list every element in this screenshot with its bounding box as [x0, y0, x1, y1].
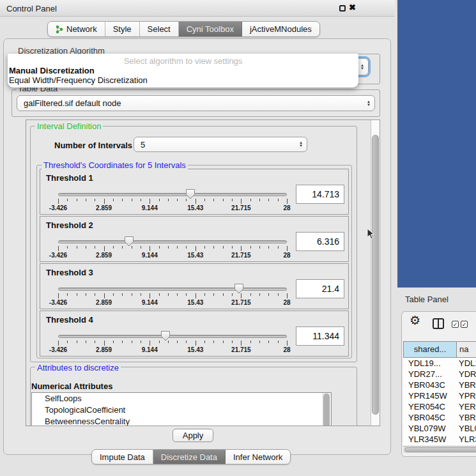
table-row[interactable]: YDL19...YDL1 [403, 358, 476, 369]
slider-tick-label: 2.859 [96, 252, 112, 259]
threshold-3-slider-thumb[interactable] [234, 283, 244, 294]
slider-tick [223, 341, 224, 343]
slider-tick [86, 246, 86, 249]
top-tab-bar: NetworkStyleSelectCyni ToolboxjActiveMNo… [47, 21, 320, 37]
table-row[interactable]: YBR045CYBR0 [403, 412, 476, 423]
apply-button[interactable]: Apply [173, 429, 213, 442]
slider-tick [223, 199, 224, 201]
thresholds-group-label: Threshold's Coordinates for 5 Intervals [42, 160, 188, 170]
slider-tick [168, 199, 169, 201]
slider-tick [113, 341, 114, 343]
slider-tick [67, 246, 68, 249]
slider-tick [259, 341, 260, 343]
slider-tick [104, 246, 105, 251]
table-data-combobox[interactable]: galFiltered.sif default node ▲▼ [17, 95, 375, 111]
table-row[interactable]: YBL079WYBL0 [403, 423, 476, 434]
threshold-1-slider-thumb[interactable] [185, 188, 196, 199]
bottom-tab-discretize-data[interactable]: Discretize Data [153, 450, 226, 464]
slider-tick [287, 246, 288, 251]
checkbox-icon[interactable]: ✓ [452, 321, 459, 328]
threshold-4-slider-thumb[interactable] [160, 330, 171, 341]
interval-definition-group-label: Interval Definition [35, 121, 103, 131]
table-row[interactable]: YBR043CYBR0 [403, 380, 476, 390]
slider-tick [232, 199, 233, 201]
threshold-2-slider-thumb[interactable] [124, 236, 134, 247]
popup-option-equal-width-frequency-discretization[interactable]: Equal Width/Frequency Discretization [8, 75, 358, 85]
slider-tick [77, 341, 77, 343]
tab-jactivemnodules[interactable]: jActiveMNodules [242, 22, 319, 36]
close-icon[interactable]: ✖ [349, 3, 356, 12]
combo-arrows-icon: ▲▼ [295, 141, 307, 148]
tab-select[interactable]: Select [140, 22, 179, 36]
tab-style[interactable]: Style [105, 22, 140, 36]
slider-tick [223, 293, 224, 296]
tab-cyni-toolbox[interactable]: Cyni Toolbox [179, 22, 242, 36]
slider-tick-label: 21.715 [231, 204, 251, 211]
slider-tick [141, 246, 141, 249]
slider-tick-label: 9.144 [142, 252, 158, 259]
tab-label: Select [148, 24, 171, 34]
network-icon [56, 25, 63, 34]
slider-tick [159, 199, 160, 201]
slider-tick-label: 2.859 [96, 204, 112, 211]
numerical-attributes-label: Numerical Attributes [31, 381, 112, 391]
tab-label: jActiveMNodules [250, 24, 312, 34]
cell-shared-name: YBR045C [403, 412, 457, 423]
bottom-tab-impute-data[interactable]: Impute Data [92, 450, 153, 464]
cell-shared-name: YBR043C [403, 380, 457, 390]
table-hscrollbar-track[interactable] [403, 446, 476, 453]
gear-icon[interactable]: ⚙ [410, 314, 420, 327]
slider-tick [186, 341, 187, 343]
slider-tick [95, 341, 95, 343]
mouse-cursor [367, 228, 374, 240]
table-data-combobox-value: galFiltered.sif default node [17, 98, 363, 108]
table-row[interactable]: YPR145WYPR1 [403, 390, 476, 401]
slider-tick-label: 9.144 [142, 299, 158, 306]
slider-tick [168, 246, 169, 249]
table-row[interactable]: YER054CYER0 [403, 401, 476, 412]
attribute-item-topologicalcoefficient[interactable]: TopologicalCoefficient [32, 404, 331, 416]
slider-tick-label: 28 [283, 299, 290, 306]
cell-name: YDL1 [457, 358, 476, 369]
table-row[interactable]: YIL052CYIL0 [403, 445, 476, 445]
slider-tick [58, 293, 59, 298]
threshold-4-value-field[interactable]: 11.344 [296, 326, 344, 346]
number-of-intervals-combobox[interactable]: 5 ▲▼ [134, 137, 307, 152]
float-window-icon[interactable] [339, 5, 346, 12]
checkbox-icon[interactable]: ✓ [461, 321, 468, 328]
threshold-label: Threshold 2 [46, 220, 93, 230]
slider-tick [196, 246, 196, 251]
attribute-item-betweennesscentrality[interactable]: BetweennessCentrality [32, 416, 331, 426]
attributes-scrollbar-thumb[interactable] [323, 394, 330, 426]
bottom-tab-infer-network[interactable]: Infer Network [226, 450, 290, 464]
slider-tick [86, 293, 86, 296]
slider-tick [104, 341, 105, 346]
cell-shared-name: YDL19... [403, 358, 457, 369]
slider-tick-label: 21.715 [231, 346, 251, 353]
threshold-2-value-field[interactable]: 6.316 [296, 232, 344, 251]
threshold-1-slider-track[interactable] [58, 193, 287, 196]
threshold-3-value-field[interactable]: 21.4 [296, 279, 344, 298]
popup-hint: Select algorithm to view settings [8, 54, 358, 66]
table-row[interactable]: YLR345WYLR3 [403, 434, 476, 445]
slider-tick [159, 341, 160, 343]
split-columns-icon[interactable] [433, 318, 444, 329]
threshold-label: Threshold 4 [46, 315, 93, 325]
threshold-3-slider-track[interactable] [58, 288, 287, 291]
slider-tick [141, 341, 141, 343]
popup-option-manual-discretization[interactable]: Manual Discretization [8, 66, 358, 75]
threshold-1-value-field[interactable]: 14.713 [296, 185, 344, 204]
table-row[interactable]: YDR27...YDR2 [403, 369, 476, 380]
threshold-4-slider-track[interactable] [58, 335, 287, 338]
column-header-name[interactable]: na [457, 341, 476, 358]
tab-network[interactable]: Network [48, 22, 105, 36]
threshold-2-slider-track[interactable] [58, 240, 287, 243]
column-header-shared-name[interactable]: shared... [403, 341, 457, 358]
attribute-item-selfloops[interactable]: SelfLoops [32, 393, 331, 404]
slider-tick [223, 246, 224, 249]
slider-tick-label: 9.144 [142, 346, 158, 353]
pane-scrollbar-thumb[interactable] [372, 135, 379, 415]
slider-tick [58, 341, 59, 346]
slider-tick [232, 293, 233, 296]
table-hscrollbar-thumb[interactable] [404, 447, 476, 452]
